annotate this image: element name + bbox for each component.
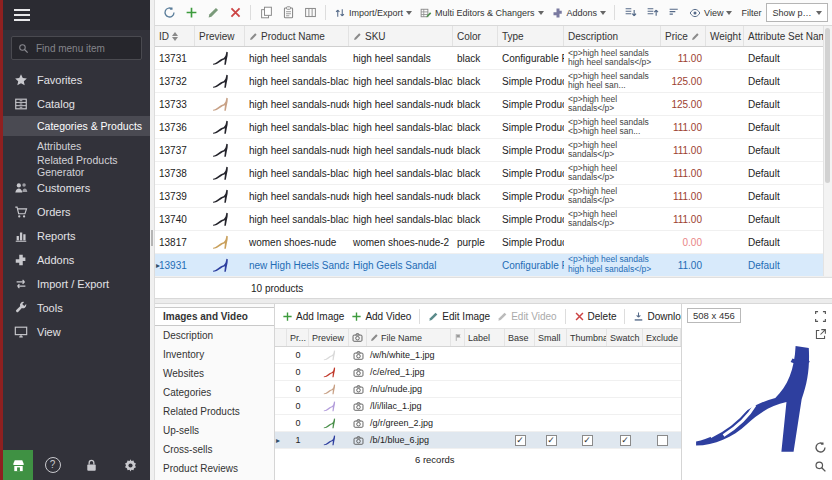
columns-button[interactable] <box>300 3 320 23</box>
column-header-flag[interactable] <box>451 329 465 346</box>
sidebar-search-box <box>11 36 142 60</box>
column-header-position[interactable]: Pr... <box>287 329 309 346</box>
image-row[interactable]: 0 /w/h/white_1.jpg <box>275 347 681 364</box>
sidebar-item-catalog[interactable]: Catalog <box>3 92 150 116</box>
column-header-sku[interactable]: SKU <box>349 26 453 46</box>
tab-product-reviews[interactable]: Product Reviews <box>155 459 274 478</box>
column-header-product-name[interactable]: Product Name <box>245 26 349 46</box>
tab-categories[interactable]: Categories <box>155 383 274 402</box>
sidebar-item-view[interactable]: View <box>3 320 150 344</box>
sidebar-item-favorites[interactable]: Favorites <box>3 68 150 92</box>
add-video-button[interactable]: Add Video <box>349 311 413 322</box>
sidebar-item-reports[interactable]: Reports <box>3 224 150 248</box>
refresh-button[interactable] <box>159 3 179 23</box>
edit-video-button[interactable]: Edit Video <box>495 311 558 322</box>
open-external-button[interactable] <box>814 327 828 341</box>
product-row[interactable]: 13732 high heel sandals-black high heel … <box>155 70 832 93</box>
small-checkbox[interactable] <box>546 435 557 446</box>
column-header-file-name[interactable]: File Name <box>367 329 451 346</box>
shoe-thumbnail-icon <box>212 165 229 182</box>
category-filter-select[interactable]: Show products from selected categories <box>766 3 828 22</box>
delete-product-button[interactable] <box>225 3 245 23</box>
base-checkbox[interactable] <box>515 435 526 446</box>
column-header-exclude[interactable]: Exclude <box>643 329 681 346</box>
store-button[interactable] <box>3 450 33 480</box>
cell-position: 0 <box>287 401 309 411</box>
download-image-button[interactable]: Download Image <box>631 311 681 322</box>
image-row[interactable]: 0 /n/u/nude.jpg <box>275 381 681 398</box>
product-row[interactable]: 13733 high heel sandals-nude high heel s… <box>155 93 832 116</box>
add-image-button[interactable]: Add Image <box>280 311 346 322</box>
column-header-label[interactable]: Label <box>465 329 505 346</box>
paste-button[interactable] <box>278 3 298 23</box>
column-header-weight[interactable]: Weight <box>706 26 744 46</box>
addons-menu[interactable]: Addons <box>549 3 610 23</box>
product-row-selected[interactable]: ▸ 13931 new High Heels Sandals High Geel… <box>155 254 832 277</box>
product-row[interactable]: 13737 high heel sandals-nude-36 high hee… <box>155 139 832 162</box>
image-row[interactable]: 0 /g/r/green_2.jpg <box>275 415 681 432</box>
tab-inventory[interactable]: Inventory <box>155 345 274 364</box>
column-header-preview[interactable]: Preview <box>195 26 245 46</box>
swatch-checkbox[interactable] <box>620 435 631 446</box>
rotate-button[interactable] <box>814 440 828 454</box>
column-header-thumbnail[interactable]: Thumbna <box>567 329 607 346</box>
edit-image-button[interactable]: Edit Image <box>426 311 492 322</box>
tab-websites[interactable]: Websites <box>155 364 274 383</box>
column-header-description[interactable]: Description <box>564 26 661 46</box>
column-header-grid-menu[interactable] <box>275 329 287 346</box>
exclude-checkbox[interactable] <box>657 435 668 446</box>
tab-up-sells[interactable]: Up-sells <box>155 421 274 440</box>
product-row[interactable]: 13740 high heel sandals-black-38 high he… <box>155 208 832 231</box>
column-header-price[interactable]: Price <box>661 26 706 46</box>
tab-cross-sells[interactable]: Cross-sells <box>155 440 274 459</box>
column-header-swatch[interactable]: Swatch <box>607 329 643 346</box>
copy-button[interactable] <box>256 3 276 23</box>
image-row-selected[interactable]: ▸ 1 /b/1/blue_6.jpg <box>275 432 681 449</box>
product-row[interactable]: 13738 high heel sandals-black-37 high he… <box>155 162 832 185</box>
sidebar-item-orders[interactable]: Orders <box>3 200 150 224</box>
multi-editors-menu[interactable]: Multi Editors & Changers <box>417 3 547 23</box>
expand-groups-button[interactable] <box>620 3 640 23</box>
sidebar-item-categories-products[interactable]: Categories & Products <box>3 116 150 136</box>
product-row[interactable]: 13817 women shoes-nude women shoes-nude-… <box>155 231 832 254</box>
image-row[interactable]: 0 /c/e/red_1.jpg <box>275 364 681 381</box>
column-header-base[interactable]: Base <box>505 329 535 346</box>
tab-description[interactable]: Description <box>155 326 274 345</box>
product-row[interactable]: 13736 high heel sandals-black-36 high he… <box>155 116 832 139</box>
edit-product-button[interactable] <box>203 3 223 23</box>
sidebar-item-import-export[interactable]: Import / Export <box>3 272 150 296</box>
column-header-color[interactable]: Color <box>453 26 498 46</box>
help-button[interactable]: ? <box>33 450 72 480</box>
menu-button[interactable] <box>3 0 150 30</box>
column-header-camera[interactable] <box>349 329 367 346</box>
view-menu[interactable]: View <box>686 3 735 23</box>
sidebar-item-customers[interactable]: Customers <box>3 176 150 200</box>
zoom-button[interactable] <box>814 459 828 473</box>
fullscreen-button[interactable] <box>814 309 828 323</box>
column-header-preview[interactable]: Preview <box>309 329 349 346</box>
collapse-groups-button[interactable] <box>642 3 662 23</box>
tab-images-and-video[interactable]: Images and Video <box>155 307 274 326</box>
sidebar-item-tools[interactable]: Tools <box>3 296 150 320</box>
settings-button[interactable] <box>111 450 150 480</box>
tab-related-products[interactable]: Related Products <box>155 402 274 421</box>
sidebar-item-related-products-generator[interactable]: Related Products Generator <box>3 156 150 176</box>
delete-image-button[interactable]: Delete <box>572 311 619 322</box>
column-header-id[interactable]: ID <box>155 26 195 46</box>
import-export-menu[interactable]: Import/Export <box>331 3 415 23</box>
thumbnail-checkbox[interactable] <box>582 435 593 446</box>
sidebar-item-attributes[interactable]: Attributes <box>3 136 150 156</box>
sidebar-item-addons[interactable]: Addons <box>3 248 150 272</box>
vertical-scrollbar[interactable] <box>823 26 832 276</box>
search-input[interactable] <box>34 42 135 55</box>
images-rows: 0 /w/h/white_1.jpg 0 /c/e/red_1.jpg <box>275 347 681 449</box>
column-header-type[interactable]: Type <box>498 26 564 46</box>
product-row[interactable]: 13731 high heel sandals high heel sandal… <box>155 47 832 70</box>
product-row[interactable]: 13739 high heel sandals-nude-37 high hee… <box>155 185 832 208</box>
lock-button[interactable] <box>72 450 111 480</box>
column-header-small[interactable]: Small <box>535 329 567 346</box>
add-product-button[interactable] <box>181 3 201 23</box>
sort-button[interactable] <box>664 3 684 23</box>
image-row[interactable]: 0 /l/i/lilac_1.jpg <box>275 398 681 415</box>
column-header-attribute-set[interactable]: Attribute Set Name <box>744 26 832 46</box>
